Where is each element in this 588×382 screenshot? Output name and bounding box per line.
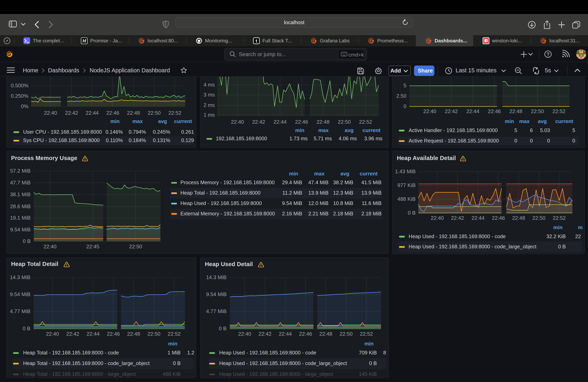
svg-text:M: M	[82, 38, 87, 43]
svg-text:t: t	[256, 38, 257, 43]
